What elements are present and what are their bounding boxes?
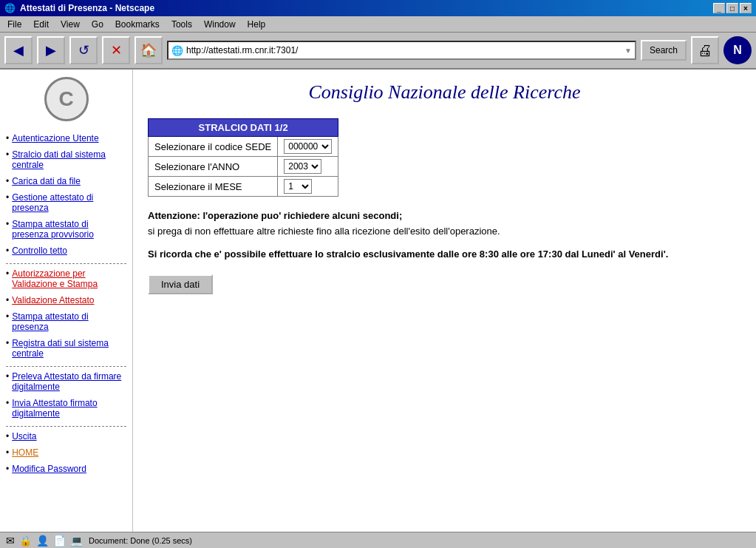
sidebar-item-autenticazione[interactable]: • Autenticazione Utente — [6, 133, 126, 146]
user-icon[interactable]: 👤 — [36, 535, 49, 547]
app-icon: 🌐 — [4, 3, 16, 13]
title-bar: 🌐 Attestati di Presenza - Netscape _ □ × — [0, 0, 756, 16]
input-cell-mese[interactable]: 1 2 3 4 5 6 7 8 9 10 11 12 — [278, 177, 338, 197]
select-sede[interactable]: 000000 — [284, 139, 332, 154]
form-table: STRALCIO DATI 1/2 Selezionare il codice … — [148, 118, 338, 197]
link-gestione[interactable]: Gestione attestato di presenza — [12, 192, 126, 213]
sidebar-item-stampa-provv[interactable]: • Stampa attestato di presenza provvisor… — [6, 219, 126, 243]
menu-window[interactable]: Window — [200, 18, 240, 31]
window-title: Attestati di Presenza - Netscape — [20, 3, 154, 13]
toolbar: ◀ ▶ ↺ ✕ 🏠 🌐 ▼ Search 🖨 N — [0, 33, 756, 70]
status-text: Document: Done (0.25 secs) — [89, 536, 192, 545]
table-row-mese: Selezionare il MESE 1 2 3 4 5 6 7 8 9 — [149, 177, 338, 197]
link-validazione[interactable]: Validazione Attestato — [12, 295, 94, 305]
status-bar: ✉ 🔒 👤 📄 💻 Document: Done (0.25 secs) — [0, 532, 756, 548]
divider-1 — [6, 263, 126, 264]
link-home[interactable]: HOME — [12, 447, 38, 458]
sidebar-item-validazione[interactable]: • Validazione Attestato — [6, 295, 126, 308]
submit-button[interactable]: Invia dati — [148, 274, 213, 294]
sidebar-item-home[interactable]: • HOME — [6, 447, 126, 461]
form-section-title: STRALCIO DATI 1/2 — [149, 119, 338, 137]
link-stralcio[interactable]: Stralcio dati dal sistema centrale — [12, 149, 126, 170]
doc-icon[interactable]: 📄 — [53, 535, 66, 547]
dropdown-arrow-icon[interactable]: ▼ — [624, 47, 632, 55]
pc-icon[interactable]: 💻 — [70, 535, 83, 547]
select-mese[interactable]: 1 2 3 4 5 6 7 8 9 10 11 12 — [284, 179, 312, 194]
address-input[interactable] — [186, 45, 622, 55]
menu-bar: File Edit View Go Bookmarks Tools Window… — [0, 16, 756, 33]
link-stampa-provv[interactable]: Stampa attestato di presenza provvisorio — [12, 219, 126, 240]
content-area: Consiglio Nazionale delle Ricerche STRAL… — [133, 70, 756, 532]
menu-bookmarks[interactable]: Bookmarks — [111, 18, 164, 31]
link-carica[interactable]: Carica dati da file — [12, 176, 81, 186]
menu-file[interactable]: File — [3, 18, 26, 31]
label-anno: Selezionare l'ANNO — [149, 157, 278, 177]
label-sede: Selezionare il codice SEDE — [149, 137, 278, 157]
lock-icon[interactable]: 🔒 — [19, 535, 32, 547]
link-modifica[interactable]: Modifica Password — [12, 464, 86, 474]
minimize-button[interactable]: _ — [713, 3, 725, 13]
back-button[interactable]: ◀ — [4, 36, 33, 64]
status-icons: ✉ 🔒 👤 📄 💻 — [6, 535, 83, 547]
menu-help[interactable]: Help — [243, 18, 270, 31]
input-cell-sede[interactable]: 000000 — [278, 137, 338, 157]
menu-edit[interactable]: Edit — [29, 18, 53, 31]
sidebar-item-modifica[interactable]: • Modifica Password — [6, 464, 126, 477]
forward-button[interactable]: ▶ — [37, 36, 65, 64]
title-bar-left: 🌐 Attestati di Presenza - Netscape — [4, 3, 154, 13]
table-row-sede: Selezionare il codice SEDE 000000 — [149, 137, 338, 157]
sidebar-item-controllo[interactable]: • Controllo tetto — [6, 246, 126, 259]
sidebar-item-preleva[interactable]: • Preleva Attestato da firmare digitalme… — [6, 371, 126, 395]
link-uscita[interactable]: Uscita — [12, 431, 36, 442]
sidebar-item-registra[interactable]: • Registra dati sul sistema centrale — [6, 338, 126, 362]
warning-line1: Attenzione: l'operazione puo' richiedere… — [148, 210, 402, 221]
reload-button[interactable]: ↺ — [69, 36, 98, 64]
address-bar: 🌐 ▼ — [167, 41, 636, 60]
table-row-anno: Selezionare l'ANNO 2003 2002 2001 — [149, 157, 338, 177]
sidebar-logo: C — [6, 77, 126, 121]
cnr-logo: C — [44, 77, 89, 121]
main-layout: C • Autenticazione Utente • Stralcio dat… — [0, 70, 756, 532]
sidebar-item-gestione[interactable]: • Gestione attestato di presenza — [6, 192, 126, 216]
sidebar-item-invia[interactable]: • Invia Attestato firmato digitalmente — [6, 398, 126, 422]
link-autorizzazione[interactable]: Autorizzazione per Validazione e Stampa — [12, 268, 126, 289]
sidebar-item-uscita[interactable]: • Uscita — [6, 431, 126, 444]
home-button[interactable]: 🏠 — [134, 36, 163, 64]
warning-text: Attenzione: l'operazione puo' richiedere… — [148, 209, 741, 240]
stop-button[interactable]: ✕ — [102, 36, 130, 64]
title-bar-controls[interactable]: _ □ × — [713, 3, 752, 13]
browser-logo: N — [723, 36, 752, 64]
sidebar-item-stralcio[interactable]: • Stralcio dati dal sistema centrale — [6, 149, 126, 173]
link-preleva[interactable]: Preleva Attestato da firmare digitalment… — [12, 371, 126, 392]
close-button[interactable]: × — [740, 3, 752, 13]
email-icon[interactable]: ✉ — [6, 535, 15, 547]
sidebar: C • Autenticazione Utente • Stralcio dat… — [0, 70, 133, 532]
menu-view[interactable]: View — [56, 18, 84, 31]
page-title: Consiglio Nazionale delle Ricerche — [148, 81, 741, 104]
divider-2 — [6, 366, 126, 367]
select-anno[interactable]: 2003 2002 2001 — [284, 159, 321, 174]
input-cell-anno[interactable]: 2003 2002 2001 — [278, 157, 338, 177]
menu-tools[interactable]: Tools — [167, 18, 197, 31]
link-stampa-att[interactable]: Stampa attestato di presenza — [12, 311, 126, 332]
link-registra[interactable]: Registra dati sul sistema centrale — [12, 338, 126, 359]
warning-line2: si prega di non effettuare altre richies… — [148, 226, 500, 237]
address-icon: 🌐 — [171, 45, 183, 56]
sidebar-item-carica[interactable]: • Carica dati da file — [6, 176, 126, 189]
search-button[interactable]: Search — [641, 40, 687, 61]
link-invia[interactable]: Invia Attestato firmato digitalmente — [12, 398, 126, 419]
info-text: Si ricorda che e' possibile effettuare l… — [148, 248, 741, 260]
printer-button[interactable]: 🖨 — [691, 36, 719, 64]
link-controllo[interactable]: Controllo tetto — [12, 246, 67, 256]
maximize-button[interactable]: □ — [726, 3, 738, 13]
menu-go[interactable]: Go — [87, 18, 108, 31]
sidebar-item-autorizzazione[interactable]: • Autorizzazione per Validazione e Stamp… — [6, 268, 126, 292]
label-mese: Selezionare il MESE — [149, 177, 278, 197]
divider-3 — [6, 426, 126, 427]
link-autenticazione[interactable]: Autenticazione Utente — [12, 133, 98, 143]
sidebar-item-stampa-att[interactable]: • Stampa attestato di presenza — [6, 311, 126, 335]
